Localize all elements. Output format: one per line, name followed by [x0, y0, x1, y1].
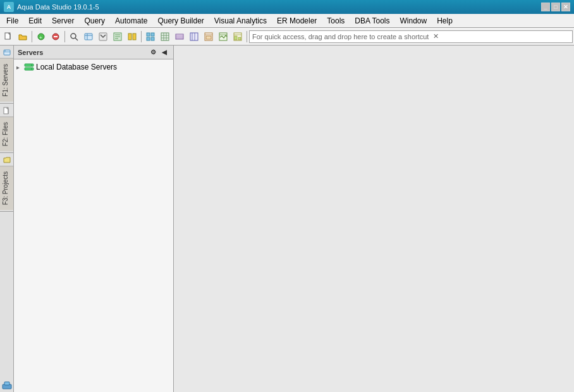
svg-rect-20	[151, 37, 154, 40]
toolbar-new-btn[interactable]	[1, 30, 15, 44]
svg-point-43	[4, 51, 6, 52]
minimize-button[interactable]: _	[541, 3, 550, 11]
toolbar-btn-8[interactable]	[111, 30, 125, 44]
left-tab-strip: F1: Servers F2: Files F3: Projects	[0, 46, 14, 392]
svg-text:+: +	[39, 35, 42, 40]
toolbar-btn-9[interactable]	[125, 30, 139, 44]
servers-tab-icon	[3, 48, 11, 57]
main-content	[174, 46, 574, 392]
menu-window[interactable]: Window	[395, 14, 432, 27]
svg-point-49	[31, 64, 32, 66]
toolbar-btn-4[interactable]	[49, 30, 63, 44]
toolbar-view-btn-6[interactable]	[216, 30, 230, 44]
files-tab-label: F2: Files	[0, 116, 13, 151]
sidebar-panel: Servers ⚙ ◀ ▸ Local Database Servers	[14, 46, 174, 392]
maximize-button[interactable]: □	[551, 3, 560, 11]
toolbar-view-btn-2[interactable]	[158, 30, 172, 44]
menu-query[interactable]: Query	[79, 14, 110, 27]
title-bar: A Aqua Data Studio 19.0.1-5 _ □ ✕	[0, 0, 574, 14]
menu-automate[interactable]: Automate	[110, 14, 152, 27]
tree-item-local-db[interactable]: ▸ Local Database Servers	[14, 61, 173, 73]
toolbar-sep-2	[64, 31, 65, 42]
shortcut-bar-text: For quick access, drag and drop here to …	[252, 33, 429, 40]
menu-edit[interactable]: Edit	[23, 14, 47, 27]
sidebar-header-buttons: ⚙ ◀	[148, 47, 169, 58]
toolbar-search-btn[interactable]	[67, 30, 81, 44]
svg-point-50	[31, 68, 32, 70]
toolbar-open-btn[interactable]	[16, 30, 30, 44]
main-area: F1: Servers F2: Files F3: Projects Serve…	[0, 46, 574, 392]
menu-file[interactable]: File	[1, 14, 23, 27]
menu-visual-analytics[interactable]: Visual Analytics	[209, 14, 272, 27]
svg-line-6	[75, 38, 78, 40]
menu-bar: File Edit Server Query Automate Query Bu…	[0, 14, 574, 28]
svg-rect-19	[147, 37, 150, 40]
left-tab-projects[interactable]: F3: Projects	[0, 153, 13, 212]
sidebar-collapse-btn[interactable]: ◀	[159, 47, 169, 58]
svg-rect-7	[85, 34, 92, 40]
svg-rect-15	[128, 34, 131, 40]
menu-server[interactable]: Server	[47, 14, 79, 27]
toolbar-view-btn-7[interactable]	[231, 30, 245, 44]
svg-rect-40	[238, 37, 241, 40]
svg-rect-4	[54, 36, 58, 37]
shortcut-bar-close[interactable]: ✕	[431, 32, 440, 41]
bottom-panel-icon[interactable]	[0, 377, 15, 392]
sidebar-tree: ▸ Local Database Servers	[14, 59, 173, 392]
app-title: Aqua Data Studio 19.0.1-5	[17, 3, 541, 11]
svg-point-5	[71, 34, 76, 39]
close-button[interactable]: ✕	[561, 3, 570, 11]
toolbar-btn-6[interactable]	[82, 30, 95, 44]
toolbar: + For quick access, drag and	[0, 28, 574, 46]
menu-er-modeler[interactable]: ER Modeler	[272, 14, 322, 27]
app-logo: A	[4, 2, 14, 12]
svg-rect-39	[235, 36, 237, 40]
menu-dba-tools[interactable]: DBA Tools	[350, 14, 394, 27]
toolbar-view-btn-3[interactable]	[173, 30, 186, 44]
toolbar-sep-3	[141, 31, 142, 42]
server-icon	[24, 62, 34, 72]
menu-query-builder[interactable]: Query Builder	[152, 14, 209, 27]
sidebar-title: Servers	[18, 49, 148, 56]
svg-rect-16	[133, 34, 136, 40]
toolbar-btn-3[interactable]: +	[34, 30, 48, 44]
menu-help[interactable]: Help	[432, 14, 458, 27]
svg-rect-34	[206, 36, 211, 39]
left-tab-files[interactable]: F2: Files	[0, 104, 13, 153]
toolbar-view-btn-5[interactable]	[202, 30, 216, 44]
toolbar-view-btn-4[interactable]	[187, 30, 201, 44]
left-tab-servers[interactable]: F1: Servers	[0, 46, 13, 104]
window-controls: _ □ ✕	[541, 3, 570, 11]
toolbar-view-btn-1[interactable]	[144, 30, 157, 44]
tree-expand-icon: ▸	[16, 64, 24, 71]
files-tab-icon	[3, 106, 11, 115]
toolbar-sep-1	[32, 31, 32, 42]
sidebar-gear-btn[interactable]: ⚙	[148, 47, 158, 58]
tree-item-label: Local Database Servers	[36, 63, 117, 71]
sidebar-header: Servers ⚙ ◀	[14, 46, 173, 59]
svg-rect-18	[151, 33, 154, 36]
menu-tools[interactable]: Tools	[322, 14, 350, 27]
svg-rect-21	[161, 33, 169, 40]
toolbar-btn-7[interactable]	[96, 30, 110, 44]
projects-tab-icon	[3, 156, 11, 164]
svg-rect-26	[176, 34, 183, 39]
svg-rect-17	[147, 33, 150, 36]
projects-tab-label: F3: Projects	[0, 166, 13, 210]
servers-tab-label: F1: Servers	[0, 58, 13, 102]
toolbar-sep-4	[247, 31, 247, 42]
svg-rect-29	[190, 33, 198, 40]
svg-rect-46	[4, 382, 9, 385]
shortcut-bar: For quick access, drag and drop here to …	[249, 30, 573, 43]
